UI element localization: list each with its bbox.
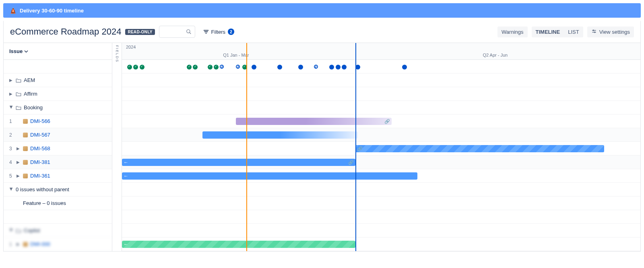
milestone-dot[interactable] bbox=[193, 65, 198, 70]
milestone-dot[interactable]: 2 bbox=[314, 65, 318, 69]
package-icon bbox=[23, 160, 28, 165]
issue-row[interactable]: 4 ▶ DMI-381 bbox=[4, 155, 112, 169]
timeline-row bbox=[122, 101, 640, 115]
issue-row[interactable]: 3 ▶ DMI-568 bbox=[4, 142, 112, 155]
group-label: Booking bbox=[24, 104, 43, 110]
timeline-row: ← bbox=[122, 169, 640, 183]
milestone-dot[interactable] bbox=[277, 65, 282, 70]
readonly-badge: READ-ONLY bbox=[125, 29, 155, 35]
timeline-bar[interactable]: ← 🔗 bbox=[122, 159, 355, 166]
filters-count: 2 bbox=[228, 29, 234, 35]
package-icon bbox=[23, 133, 28, 137]
arrow-left-icon: ← bbox=[124, 173, 128, 179]
timeline-row: ← 🔗 bbox=[122, 155, 640, 169]
milestone-dot[interactable] bbox=[298, 65, 303, 70]
package-icon bbox=[23, 174, 28, 178]
milestone-dot[interactable] bbox=[140, 65, 144, 70]
issue-row[interactable]: 2 DMI-567 bbox=[4, 128, 112, 142]
timeline-row bbox=[122, 128, 640, 142]
tent-icon: 🛕 bbox=[10, 7, 17, 14]
milestone-dot[interactable] bbox=[214, 65, 219, 70]
toolbar: eCommerce Roadmap 2024 READ-ONLY Filters… bbox=[4, 21, 640, 43]
chevron-right-icon[interactable]: ▶ bbox=[17, 146, 21, 151]
svg-point-0 bbox=[186, 30, 190, 33]
group-blurred[interactable]: ▶ Copilot bbox=[4, 224, 112, 237]
folder-icon bbox=[16, 228, 21, 233]
sidebar: Issue ▶ AEM ▶ Affirm ▶ bbox=[4, 43, 112, 251]
milestone-dot[interactable] bbox=[187, 65, 192, 70]
view-mode-toggle: TIMELINE LIST bbox=[532, 27, 583, 37]
issue-key[interactable]: DMI-567 bbox=[30, 132, 50, 138]
arrow-left-icon: ← bbox=[124, 241, 128, 247]
timeline-year: 2024 bbox=[126, 45, 136, 49]
chevron-right-icon[interactable]: ▶ bbox=[17, 160, 21, 164]
issue-row[interactable]: 1 DMI-566 bbox=[4, 115, 112, 128]
milestone-dot[interactable]: 2 bbox=[220, 65, 224, 69]
timeline-row bbox=[122, 196, 640, 210]
milestones-row-left bbox=[4, 60, 112, 74]
milestone-dot[interactable] bbox=[252, 65, 256, 70]
milestone-dot[interactable]: 2 bbox=[236, 65, 240, 69]
issue-key[interactable]: DMI-381 bbox=[30, 159, 50, 165]
milestone-dot[interactable] bbox=[329, 65, 334, 70]
group-affirm[interactable]: ▶ Affirm bbox=[4, 87, 112, 101]
timeline-row bbox=[122, 210, 640, 224]
issue-row[interactable]: 5 ▶ DMI-361 bbox=[4, 169, 112, 183]
filters-label: Filters bbox=[211, 29, 225, 35]
page-banner: 🛕 Delivery 30-60-90 timeline bbox=[3, 3, 641, 18]
chevron-right-icon[interactable]: ▶ bbox=[17, 174, 21, 178]
search-input[interactable] bbox=[159, 26, 195, 38]
timeline-quarter-label: Q2 Apr - Jun bbox=[483, 53, 508, 57]
filter-icon bbox=[203, 29, 209, 34]
svg-line-1 bbox=[189, 33, 191, 34]
timeline-row: 🔗 bbox=[122, 115, 640, 128]
issue-column-header[interactable]: Issue bbox=[4, 43, 112, 60]
timeline-bar[interactable]: ← bbox=[122, 172, 417, 180]
milestones-row: 222 bbox=[122, 60, 640, 74]
milestone-dot[interactable] bbox=[133, 65, 138, 70]
timeline-bar[interactable]: 🔗 bbox=[355, 145, 604, 152]
group-booking[interactable]: ▶ Booking bbox=[4, 101, 112, 115]
marker-line[interactable] bbox=[355, 43, 356, 251]
timeline-row: 🔗 bbox=[122, 142, 640, 155]
chevron-right-icon: ▶ bbox=[9, 78, 13, 82]
view-settings-button[interactable]: View settings bbox=[587, 27, 634, 37]
folder-icon bbox=[16, 78, 21, 83]
chevron-right-icon: ▶ bbox=[17, 242, 21, 246]
milestone-dot[interactable] bbox=[127, 65, 132, 70]
timeline-bar[interactable]: ← bbox=[122, 241, 355, 248]
folder-icon bbox=[16, 91, 21, 97]
fields-column[interactable]: FIELDS bbox=[112, 43, 122, 251]
package-icon bbox=[23, 242, 28, 247]
milestone-dot[interactable] bbox=[208, 65, 213, 70]
today-marker bbox=[246, 43, 247, 251]
chevron-down-icon: ▶ bbox=[9, 106, 14, 110]
milestone-dot[interactable] bbox=[342, 65, 347, 70]
group-label: AEM bbox=[24, 77, 35, 83]
view-list-button[interactable]: LIST bbox=[564, 27, 583, 37]
issues-without-parent[interactable]: ▶ 0 issues without parent bbox=[4, 183, 112, 196]
chevron-down-icon: ▶ bbox=[9, 188, 14, 192]
banner-title: Delivery 30-60-90 timeline bbox=[20, 8, 84, 14]
timeline[interactable]: 2024 Q1 Jan - Mar Q2 Apr - Jun 222 🔗 bbox=[122, 43, 640, 251]
issue-key[interactable]: DMI-566 bbox=[30, 118, 50, 124]
issue-key[interactable]: DMI-568 bbox=[30, 145, 50, 151]
feature-empty-row: Feature – 0 issues bbox=[4, 196, 112, 210]
group-aem[interactable]: ▶ AEM bbox=[4, 74, 112, 87]
timeline-row: ← bbox=[122, 237, 640, 251]
issue-key[interactable]: DMI-361 bbox=[30, 173, 50, 179]
milestone-dot[interactable] bbox=[336, 65, 341, 70]
timeline-row bbox=[122, 87, 640, 101]
chevron-right-icon: ▶ bbox=[9, 92, 13, 96]
page-title: eCommerce Roadmap 2024 bbox=[10, 27, 121, 37]
milestone-dot[interactable] bbox=[402, 65, 407, 70]
timeline-row bbox=[122, 183, 640, 196]
link-icon: 🔗 bbox=[357, 146, 363, 151]
package-icon bbox=[23, 119, 28, 124]
issue-row-blurred[interactable]: 1 ▶ DMI-000 bbox=[4, 237, 112, 251]
timeline-bar[interactable]: 🔗 bbox=[236, 118, 391, 125]
filters-button[interactable]: Filters 2 bbox=[199, 27, 238, 37]
view-timeline-button[interactable]: TIMELINE bbox=[532, 27, 564, 37]
timeline-bar[interactable] bbox=[202, 131, 358, 139]
warnings-button[interactable]: Warnings bbox=[497, 27, 527, 37]
